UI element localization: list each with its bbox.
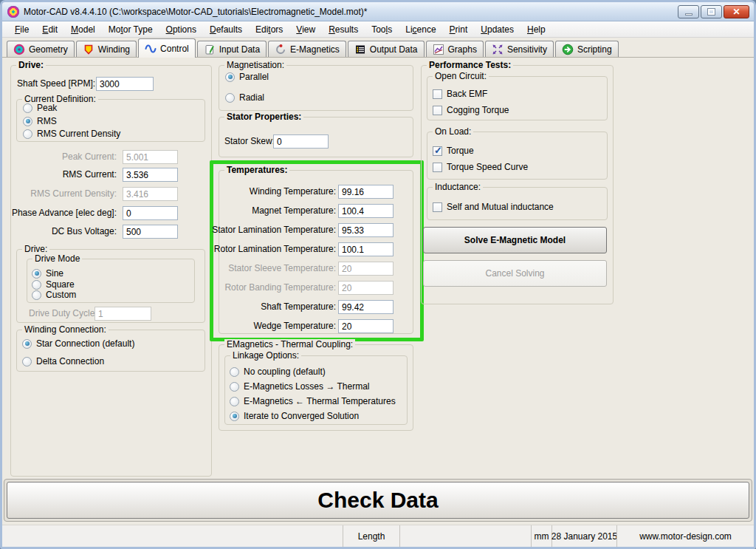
menu-file[interactable]: File	[8, 22, 35, 37]
menu-print[interactable]: Print	[443, 22, 475, 37]
menu-licence[interactable]: Licence	[399, 22, 442, 37]
menu-editors[interactable]: Editors	[249, 22, 289, 37]
checkbox-cogging-torque[interactable]: Cogging Torque	[433, 104, 509, 116]
maximize-button[interactable]	[701, 5, 722, 18]
checkbox-icon	[433, 146, 442, 156]
menu-updates[interactable]: Updates	[474, 22, 520, 37]
minimize-icon	[685, 13, 693, 16]
magnet-temperature-label: Magnet Temperature:	[252, 204, 336, 218]
stator-skew-input[interactable]: 0	[273, 134, 329, 149]
wedge-temperature-label: Wedge Temperature:	[253, 319, 336, 333]
checkbox-back-emf[interactable]: Back EMF	[433, 88, 487, 100]
stator-sleeve-temperature-input: 20	[338, 262, 394, 276]
stator-lamination-temperature-input[interactable]: 95.33	[338, 223, 394, 237]
radio-icon	[225, 72, 235, 82]
tab-winding[interactable]: Winding	[76, 41, 137, 57]
shaft-temperature-label: Shaft Temperature:	[261, 300, 336, 314]
winding-temperature-label: Winding Temperature:	[250, 185, 336, 199]
radio-icon	[23, 103, 32, 113]
tab-control[interactable]: Control	[138, 38, 196, 58]
radio-icon	[23, 129, 32, 139]
radio-parallel[interactable]: Parallel	[225, 71, 269, 83]
control-tab-content: Drive: Shaft Speed [RPM]: 3000 Current D…	[2, 58, 754, 525]
minimize-button[interactable]	[678, 5, 699, 18]
tab-e-magnetics[interactable]: E-Magnetics	[268, 41, 346, 57]
radio-icon	[230, 412, 239, 421]
input-data-icon	[204, 44, 216, 55]
radio-icon	[230, 382, 239, 392]
tab-geometry[interactable]: Geometry	[7, 41, 75, 57]
check-data-panel: Check Data	[4, 479, 752, 522]
tab-graphs[interactable]: Graphs	[426, 41, 484, 57]
shaft-speed-input[interactable]: 3000	[96, 77, 154, 91]
radio-sine[interactable]: Sine	[32, 267, 63, 279]
menu-view[interactable]: View	[289, 22, 322, 37]
motor-cad-window: Motor-CAD v8.4.4.10 (C:\workspace\Motor-…	[0, 0, 756, 549]
status-bar: Length mm 28 January 2015 www.motor-desi…	[2, 525, 754, 547]
checkbox-torque[interactable]: Torque	[433, 145, 474, 157]
close-button[interactable]: ✕	[724, 5, 749, 18]
radio-from-thermal-temperatures[interactable]: E-Magnetics ← Thermal Temperatures	[230, 395, 396, 407]
menu-tools[interactable]: Tools	[365, 22, 399, 37]
checkbox-self-mutual-inductance[interactable]: Self and Mutual inductance	[433, 201, 554, 213]
maximize-icon	[708, 9, 715, 15]
tab-scripting[interactable]: Scripting	[555, 41, 619, 57]
window-controls: ✕	[678, 5, 749, 18]
status-website[interactable]: www.motor-design.com	[616, 525, 754, 547]
phase-advance-input[interactable]: 0	[123, 206, 178, 220]
radio-star-connection[interactable]: Star Connection (default)	[22, 338, 134, 349]
menu-edit[interactable]: Edit	[35, 22, 64, 37]
menu-help[interactable]: Help	[520, 22, 552, 37]
radio-iterate-converged[interactable]: Iterate to Converged Solution	[230, 410, 359, 422]
cancel-solving-button: Cancel Solving	[423, 260, 607, 287]
radio-icon	[32, 290, 41, 300]
shaft-temperature-input[interactable]: 99.42	[338, 300, 394, 314]
radio-icon	[32, 269, 41, 279]
checkbox-torque-speed-curve[interactable]: Torque Speed Curve	[433, 161, 528, 173]
stator-skew-label: Stator Skew:	[224, 134, 275, 149]
radio-icon	[32, 280, 41, 290]
title-bar[interactable]: Motor-CAD v8.4.4.10 (C:\workspace\Motor-…	[2, 2, 754, 21]
phase-advance-label: Phase Advance [elec deg]:	[12, 206, 117, 220]
radio-losses-to-thermal[interactable]: E-Magnetics Losses → Thermal	[230, 381, 370, 392]
check-data-button[interactable]: Check Data	[7, 482, 749, 519]
scripting-icon	[562, 44, 574, 55]
radio-peak[interactable]: Peak	[23, 102, 57, 114]
tab-output-data[interactable]: Output Data	[348, 41, 425, 57]
control-icon	[145, 43, 157, 55]
tab-sensitivity[interactable]: Sensitivity	[485, 41, 554, 57]
winding-temperature-input[interactable]: 99.16	[338, 185, 394, 199]
output-data-icon	[354, 44, 366, 55]
rotor-lamination-temperature-label: Rotor Lamination Temperature:	[214, 242, 336, 256]
wedge-temperature-input[interactable]: 20	[338, 319, 394, 333]
rms-current-density-label: RMS Current Density:	[30, 187, 117, 201]
dc-bus-voltage-input[interactable]: 500	[123, 225, 178, 239]
menu-motor-type[interactable]: Motor Type	[102, 22, 159, 37]
rotor-banding-temperature-label: Rotor Banding Temperature:	[224, 281, 336, 295]
menu-options[interactable]: Options	[159, 22, 203, 37]
magnet-temperature-input[interactable]: 100.4	[338, 204, 394, 218]
menu-defaults[interactable]: Defaults	[203, 22, 249, 37]
radio-radial[interactable]: Radial	[225, 92, 264, 103]
solve-e-magnetic-model-button[interactable]: Solve E-Magnetic Model	[423, 227, 607, 253]
status-cell-empty-mid	[399, 525, 531, 547]
rotor-lamination-temperature-input[interactable]: 100.1	[338, 242, 394, 256]
rotor-banding-temperature-input: 20	[338, 281, 394, 295]
radio-no-coupling[interactable]: No coupling (default)	[230, 366, 326, 378]
checkbox-icon	[433, 202, 442, 212]
menu-results[interactable]: Results	[322, 22, 365, 37]
radio-rms[interactable]: RMS	[23, 115, 57, 127]
radio-delta-connection[interactable]: Delta Connection	[22, 355, 104, 367]
status-length: Length	[343, 525, 399, 547]
menu-bar: File Edit Model Motor Type Options Defau…	[2, 21, 754, 38]
shaft-speed-label: Shaft Speed [RPM]:	[17, 77, 95, 91]
drive-duty-cycle-label: Drive Duty Cycle:	[29, 307, 97, 321]
radio-rms-current-density[interactable]: RMS Current Density	[23, 128, 120, 140]
rms-current-input[interactable]: 3.536	[123, 168, 178, 182]
stator-lamination-temperature-label: Stator Lamination Temperature:	[212, 223, 336, 237]
radio-custom[interactable]: Custom	[32, 289, 76, 301]
radio-icon	[22, 339, 32, 349]
tab-input-data[interactable]: Input Data	[197, 41, 267, 57]
rms-current-label: RMS Current:	[63, 168, 117, 182]
menu-model[interactable]: Model	[64, 22, 102, 37]
